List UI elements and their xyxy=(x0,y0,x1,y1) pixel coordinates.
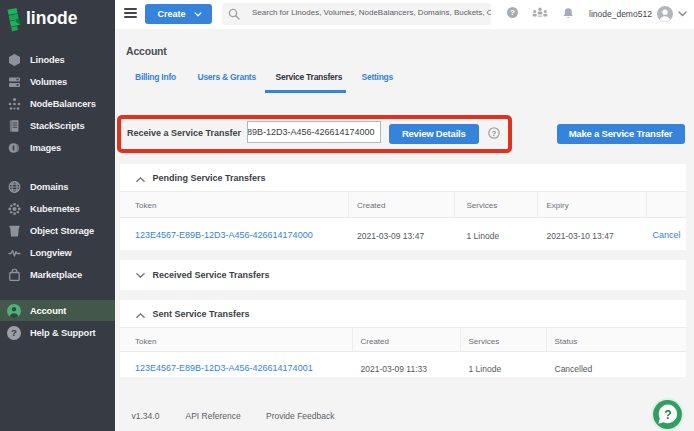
svg-text:?: ? xyxy=(11,327,17,338)
svg-text:?: ? xyxy=(664,408,671,422)
svg-text:?: ? xyxy=(510,8,515,17)
